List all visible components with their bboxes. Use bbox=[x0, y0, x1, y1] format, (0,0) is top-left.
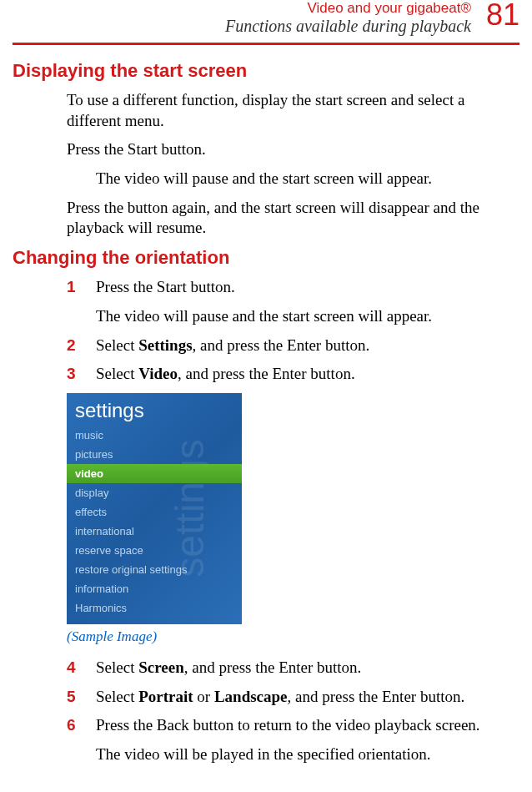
step-followup: The video will be played in the specifie… bbox=[96, 744, 519, 765]
paragraph: Press the button again, and the start sc… bbox=[67, 198, 519, 239]
menu-item: display bbox=[67, 483, 242, 502]
step-number: 6 bbox=[67, 715, 96, 736]
device-screenshot: settings music pictures video display ef… bbox=[67, 393, 519, 624]
step-text: Press the Start button. bbox=[96, 277, 519, 298]
menu-item-selected: video bbox=[67, 464, 242, 483]
step-item: 2 Select Settings, and press the Enter b… bbox=[67, 335, 519, 356]
step-item: 5 Select Portrait or Landscape, and pres… bbox=[67, 687, 519, 708]
menu-item: international bbox=[67, 522, 242, 541]
section-heading-display-start: Displaying the start screen bbox=[13, 60, 519, 82]
menu-item: restore original settings bbox=[67, 560, 242, 579]
header-subtitle: Functions available during playback bbox=[225, 17, 471, 36]
header-chapter: Video and your gigabeat® bbox=[225, 0, 471, 17]
paragraph: Press the Start button. bbox=[67, 139, 519, 160]
page-header: Video and your gigabeat® Functions avail… bbox=[13, 0, 519, 45]
step-item: 4 Select Screen, and press the Enter but… bbox=[67, 658, 519, 678]
image-caption: (Sample Image) bbox=[67, 628, 519, 645]
step-number: 4 bbox=[67, 658, 96, 678]
step-number: 3 bbox=[67, 364, 96, 385]
menu-item: information bbox=[67, 579, 242, 598]
device-screen: settings music pictures video display ef… bbox=[67, 393, 242, 624]
menu-item: effects bbox=[67, 502, 242, 522]
menu-item: Harmonics bbox=[67, 598, 242, 618]
step-followup: The video will pause and the start scree… bbox=[96, 306, 519, 327]
step-number: 1 bbox=[67, 277, 96, 298]
screen-title: settings bbox=[67, 397, 242, 426]
menu-item: music bbox=[67, 426, 242, 445]
section-heading-orientation: Changing the orientation bbox=[13, 247, 519, 269]
paragraph: To use a different function, display the… bbox=[67, 90, 519, 131]
step-text: Select Settings, and press the Enter but… bbox=[96, 335, 519, 356]
step-text: Press the Back button to return to the v… bbox=[96, 715, 519, 736]
step-number: 5 bbox=[67, 687, 96, 708]
page-number: 81 bbox=[486, 0, 519, 30]
settings-menu-list: music pictures video display effects int… bbox=[67, 426, 242, 618]
header-text-block: Video and your gigabeat® Functions avail… bbox=[225, 0, 471, 36]
paragraph-indented: The video will pause and the start scree… bbox=[96, 169, 519, 189]
step-text: Select Portrait or Landscape, and press … bbox=[96, 687, 519, 708]
step-text: Select Video, and press the Enter button… bbox=[96, 364, 519, 385]
step-item: 6 Press the Back button to return to the… bbox=[67, 715, 519, 736]
menu-item: pictures bbox=[67, 445, 242, 464]
step-text: Select Screen, and press the Enter butto… bbox=[96, 658, 519, 678]
step-item: 3 Select Video, and press the Enter butt… bbox=[67, 364, 519, 385]
step-item: 1 Press the Start button. bbox=[67, 277, 519, 298]
menu-item: reserve space bbox=[67, 541, 242, 560]
step-number: 2 bbox=[67, 335, 96, 356]
